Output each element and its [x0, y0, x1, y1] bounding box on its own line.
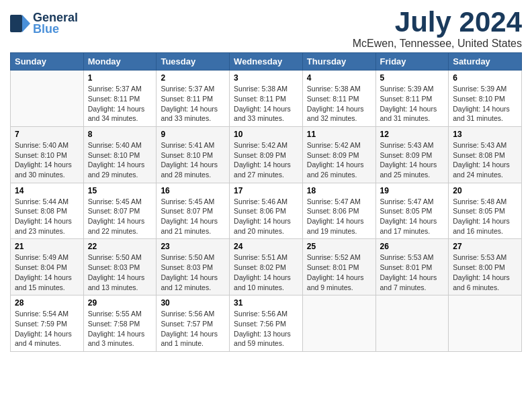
day-number: 31 — [234, 298, 298, 308]
svg-rect-0 — [10, 15, 22, 32]
day-number: 23 — [161, 242, 225, 251]
day-info: Sunrise: 5:40 AM Sunset: 8:10 PM Dayligh… — [15, 140, 79, 180]
day-number: 8 — [88, 130, 152, 139]
header-saturday: Saturday — [449, 53, 522, 71]
page-header: General Blue July 2024 McEwen, Tennessee… — [10, 7, 522, 50]
calendar-cell: 29Sunrise: 5:55 AM Sunset: 7:58 PM Dayli… — [83, 295, 157, 352]
calendar-cell: 7Sunrise: 5:40 AM Sunset: 8:10 PM Daylig… — [11, 126, 84, 183]
day-number: 6 — [453, 73, 517, 83]
day-number: 29 — [88, 298, 152, 308]
day-number: 5 — [380, 73, 445, 83]
calendar-week-row: 28Sunrise: 5:54 AM Sunset: 7:59 PM Dayli… — [11, 295, 522, 352]
day-number: 26 — [380, 242, 445, 251]
day-number: 22 — [88, 242, 152, 251]
day-info: Sunrise: 5:46 AM Sunset: 8:06 PM Dayligh… — [234, 197, 298, 236]
day-number: 18 — [307, 186, 371, 195]
day-info: Sunrise: 5:47 AM Sunset: 8:05 PM Dayligh… — [380, 197, 445, 236]
day-info: Sunrise: 5:53 AM Sunset: 8:01 PM Dayligh… — [380, 253, 445, 292]
logo-icon — [10, 15, 30, 32]
day-number: 30 — [161, 298, 225, 308]
calendar-cell: 13Sunrise: 5:43 AM Sunset: 8:08 PM Dayli… — [449, 126, 522, 183]
day-number: 19 — [380, 186, 445, 195]
day-info: Sunrise: 5:51 AM Sunset: 8:02 PM Dayligh… — [234, 253, 298, 292]
calendar-cell: 18Sunrise: 5:47 AM Sunset: 8:06 PM Dayli… — [302, 183, 375, 239]
day-number: 4 — [307, 73, 371, 83]
day-info: Sunrise: 5:41 AM Sunset: 8:10 PM Dayligh… — [161, 140, 225, 180]
calendar-header-row: SundayMondayTuesdayWednesdayThursdayFrid… — [11, 53, 522, 71]
calendar-cell: 30Sunrise: 5:56 AM Sunset: 7:57 PM Dayli… — [157, 295, 230, 352]
calendar-cell: 9Sunrise: 5:41 AM Sunset: 8:10 PM Daylig… — [157, 126, 230, 183]
day-info: Sunrise: 5:37 AM Sunset: 8:11 PM Dayligh… — [88, 84, 152, 124]
calendar-cell — [449, 295, 522, 352]
day-number: 20 — [453, 186, 517, 195]
day-info: Sunrise: 5:38 AM Sunset: 8:11 PM Dayligh… — [307, 84, 371, 124]
calendar-cell — [302, 295, 375, 352]
header-monday: Monday — [83, 53, 157, 71]
calendar-cell: 20Sunrise: 5:48 AM Sunset: 8:05 PM Dayli… — [449, 183, 522, 239]
calendar-cell: 3Sunrise: 5:38 AM Sunset: 8:11 PM Daylig… — [230, 71, 303, 127]
calendar-cell: 15Sunrise: 5:45 AM Sunset: 8:07 PM Dayli… — [83, 183, 157, 239]
day-number: 11 — [307, 130, 371, 139]
day-info: Sunrise: 5:53 AM Sunset: 8:00 PM Dayligh… — [453, 253, 517, 292]
day-number: 2 — [161, 73, 225, 83]
day-number: 16 — [161, 186, 225, 195]
day-info: Sunrise: 5:52 AM Sunset: 8:01 PM Dayligh… — [307, 253, 371, 292]
day-info: Sunrise: 5:54 AM Sunset: 7:59 PM Dayligh… — [15, 309, 79, 349]
calendar-week-row: 7Sunrise: 5:40 AM Sunset: 8:10 PM Daylig… — [11, 126, 522, 183]
day-number: 1 — [88, 73, 152, 83]
calendar-cell: 2Sunrise: 5:37 AM Sunset: 8:11 PM Daylig… — [157, 71, 230, 127]
header-sunday: Sunday — [11, 53, 84, 71]
calendar-table: SundayMondayTuesdayWednesdayThursdayFrid… — [10, 52, 522, 352]
day-info: Sunrise: 5:48 AM Sunset: 8:05 PM Dayligh… — [453, 197, 517, 236]
day-number: 21 — [15, 242, 79, 251]
calendar-cell: 8Sunrise: 5:40 AM Sunset: 8:10 PM Daylig… — [83, 126, 157, 183]
day-info: Sunrise: 5:38 AM Sunset: 8:11 PM Dayligh… — [234, 84, 298, 124]
calendar-cell: 17Sunrise: 5:46 AM Sunset: 8:06 PM Dayli… — [230, 183, 303, 239]
day-info: Sunrise: 5:55 AM Sunset: 7:58 PM Dayligh… — [88, 309, 152, 349]
calendar-cell: 26Sunrise: 5:53 AM Sunset: 8:01 PM Dayli… — [375, 239, 449, 295]
day-info: Sunrise: 5:42 AM Sunset: 8:09 PM Dayligh… — [307, 140, 371, 180]
day-number: 13 — [453, 130, 517, 139]
day-info: Sunrise: 5:44 AM Sunset: 8:08 PM Dayligh… — [15, 197, 79, 236]
day-info: Sunrise: 5:45 AM Sunset: 8:07 PM Dayligh… — [161, 197, 225, 236]
calendar-week-row: 14Sunrise: 5:44 AM Sunset: 8:08 PM Dayli… — [11, 183, 522, 239]
day-info: Sunrise: 5:43 AM Sunset: 8:08 PM Dayligh… — [453, 140, 517, 180]
location-subtitle: McEwen, Tennessee, United States — [353, 38, 522, 50]
day-info: Sunrise: 5:39 AM Sunset: 8:10 PM Dayligh… — [453, 84, 517, 124]
day-info: Sunrise: 5:50 AM Sunset: 8:03 PM Dayligh… — [161, 253, 225, 292]
calendar-cell: 23Sunrise: 5:50 AM Sunset: 8:03 PM Dayli… — [157, 239, 230, 295]
day-number: 9 — [161, 130, 225, 139]
calendar-week-row: 21Sunrise: 5:49 AM Sunset: 8:04 PM Dayli… — [11, 239, 522, 295]
day-number: 27 — [453, 242, 517, 251]
calendar-cell: 21Sunrise: 5:49 AM Sunset: 8:04 PM Dayli… — [11, 239, 84, 295]
calendar-cell: 4Sunrise: 5:38 AM Sunset: 8:11 PM Daylig… — [302, 71, 375, 127]
day-number: 14 — [15, 186, 79, 195]
calendar-cell: 31Sunrise: 5:56 AM Sunset: 7:56 PM Dayli… — [230, 295, 303, 352]
svg-marker-1 — [22, 15, 30, 32]
day-info: Sunrise: 5:37 AM Sunset: 8:11 PM Dayligh… — [161, 84, 225, 124]
day-info: Sunrise: 5:56 AM Sunset: 7:57 PM Dayligh… — [161, 309, 225, 349]
day-number: 12 — [380, 130, 445, 139]
logo: General Blue — [10, 7, 78, 36]
calendar-cell: 12Sunrise: 5:43 AM Sunset: 8:09 PM Dayli… — [375, 126, 449, 183]
day-number: 15 — [88, 186, 152, 195]
calendar-cell — [11, 71, 84, 127]
day-number: 17 — [234, 186, 298, 195]
calendar-cell — [375, 295, 449, 352]
day-info: Sunrise: 5:50 AM Sunset: 8:03 PM Dayligh… — [88, 253, 152, 292]
header-thursday: Thursday — [302, 53, 375, 71]
calendar-cell: 14Sunrise: 5:44 AM Sunset: 8:08 PM Dayli… — [11, 183, 84, 239]
day-info: Sunrise: 5:45 AM Sunset: 8:07 PM Dayligh… — [88, 197, 152, 236]
day-number: 10 — [234, 130, 298, 139]
day-info: Sunrise: 5:40 AM Sunset: 8:10 PM Dayligh… — [88, 140, 152, 180]
calendar-week-row: 1Sunrise: 5:37 AM Sunset: 8:11 PM Daylig… — [11, 71, 522, 127]
day-number: 7 — [15, 130, 79, 139]
calendar-cell: 19Sunrise: 5:47 AM Sunset: 8:05 PM Dayli… — [375, 183, 449, 239]
calendar-cell: 10Sunrise: 5:42 AM Sunset: 8:09 PM Dayli… — [230, 126, 303, 183]
header-tuesday: Tuesday — [157, 53, 230, 71]
day-info: Sunrise: 5:49 AM Sunset: 8:04 PM Dayligh… — [15, 253, 79, 292]
calendar-cell: 5Sunrise: 5:39 AM Sunset: 8:11 PM Daylig… — [375, 71, 449, 127]
calendar-cell: 24Sunrise: 5:51 AM Sunset: 8:02 PM Dayli… — [230, 239, 303, 295]
header-wednesday: Wednesday — [230, 53, 303, 71]
calendar-cell: 25Sunrise: 5:52 AM Sunset: 8:01 PM Dayli… — [302, 239, 375, 295]
